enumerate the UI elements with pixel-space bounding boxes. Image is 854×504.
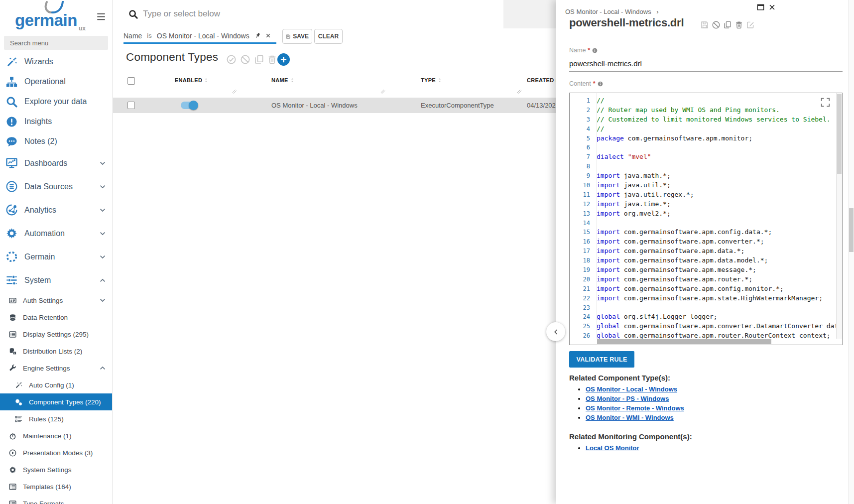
sidebar-item-templates-164[interactable]: Templates (164) — [0, 478, 112, 495]
related-link-local-os-monitor[interactable]: Local OS Monitor — [586, 444, 639, 452]
row-checkbox[interactable] — [127, 102, 135, 109]
sidebar-item-data-retention[interactable]: Data Retention — [0, 309, 112, 326]
sidebar-item-maintenance-1[interactable]: Maintenance (1) — [0, 427, 112, 444]
column-resize-gripper[interactable] — [232, 89, 238, 95]
editor-vertical-scrollbar[interactable] — [836, 93, 842, 339]
sidebar-item-presentation-modes-3[interactable]: Presentation Modes (3) — [0, 444, 112, 461]
editor-horizontal-scrollbar[interactable] — [597, 339, 836, 345]
remove-filter-icon[interactable] — [265, 33, 271, 38]
column-resize-gripper[interactable] — [380, 89, 386, 95]
disable-selected-icon[interactable] — [241, 55, 250, 64]
header-checkbox[interactable] — [127, 77, 135, 85]
row-name: OS Monitor - Local - Windows — [271, 98, 358, 113]
sidebar-item-label: Display Settings (295) — [23, 331, 89, 338]
code-line: 8 — [570, 162, 836, 171]
delete-rule-icon[interactable] — [735, 21, 743, 29]
dashboard-icon — [6, 157, 17, 169]
filter-search-input[interactable] — [142, 6, 451, 22]
close-panel-icon[interactable] — [768, 3, 776, 11]
sidebar-item-analytics[interactable]: Analytics — [0, 198, 112, 222]
sidebar-item-data-sources[interactable]: Data Sources — [0, 175, 112, 198]
pin-filter-icon[interactable] — [254, 32, 261, 39]
playcircle-icon — [9, 449, 16, 457]
related-link-os-monitor-remote-windows[interactable]: OS Monitor - Remote - Windows — [586, 404, 684, 412]
dashedcircle-icon — [6, 251, 17, 262]
code-line: 21import com.germainsoftware.apm.config.… — [570, 284, 836, 294]
sidebar-item-dashboards[interactable]: Dashboards — [0, 151, 112, 175]
sidebar-item-distribution-lists-2[interactable]: Distribution Lists (2) — [0, 343, 112, 360]
code-content[interactable]: 1//2// Router map used by WMI OS and Pin… — [570, 93, 836, 339]
editor-horizontal-scrollbar-thumb[interactable] — [597, 339, 771, 344]
sidebar-item-insights[interactable]: Insights — [0, 112, 112, 131]
breadcrumb-item[interactable]: OS Monitor - Local - Windows — [565, 8, 651, 15]
editor-vertical-scrollbar-thumb[interactable] — [837, 94, 842, 174]
code-editor[interactable]: 1//2// Router map used by WMI OS and Pin… — [569, 93, 843, 345]
logo-swoosh-icon — [43, 1, 65, 15]
sidebar-item-engine-settings[interactable]: Engine Settings — [0, 360, 112, 377]
sidebar-search-input[interactable] — [4, 36, 108, 50]
list-icon — [9, 331, 16, 338]
disable-rule-icon[interactable] — [712, 21, 720, 29]
sidebar-item-auth-settings[interactable]: Auth Settings — [0, 292, 112, 309]
column-label: ENABLED — [175, 77, 202, 83]
chevron-down-icon — [99, 230, 106, 237]
germain-logo: germain ux — [15, 4, 90, 33]
enable-selected-icon[interactable] — [227, 55, 236, 64]
line-number: 17 — [570, 247, 597, 256]
validate-rule-button[interactable]: VALIDATE RULE — [569, 351, 634, 368]
sidebar-item-display-settings-295[interactable]: Display Settings (295) — [0, 326, 112, 343]
column-header-type[interactable]: TYPE — [421, 77, 442, 83]
save-button[interactable]: SAVE — [282, 29, 312, 44]
add-component-type-button[interactable] — [277, 53, 290, 66]
line-number: 20 — [570, 275, 597, 284]
hamburger-menu-icon[interactable] — [96, 12, 107, 21]
clear-button[interactable]: CLEAR — [314, 29, 343, 44]
code-line: 9import java.math.*; — [570, 171, 836, 181]
sidebar-item-notes-2[interactable]: Notes (2) — [0, 131, 112, 151]
table-row[interactable]: OS Monitor - Local - Windows ExecutorCom… — [113, 98, 556, 113]
column-resize-gripper[interactable] — [517, 89, 523, 95]
edit-rule-icon[interactable] — [746, 21, 754, 29]
sidebar-item-germain[interactable]: Germain — [0, 245, 112, 268]
line-number: 8 — [570, 162, 597, 171]
sidebar-item-automation[interactable]: Automation — [0, 222, 112, 245]
related-link-os-monitor-wmi-windows[interactable]: OS Monitor - WMI - Windows — [586, 414, 674, 421]
column-header-enabled[interactable]: ENABLED — [175, 77, 209, 83]
sidebar-search — [4, 36, 108, 50]
sidebar-item-system-settings[interactable]: System Settings — [0, 461, 112, 478]
gears-icon — [15, 398, 22, 406]
fullscreen-icon[interactable] — [821, 98, 830, 107]
panel-scrollbar[interactable] — [848, 0, 854, 504]
sidebar-item-operational[interactable]: Operational — [0, 72, 112, 92]
name-input[interactable] — [569, 56, 843, 72]
sidebar-item-component-types-220[interactable]: Component Types (220) — [0, 393, 112, 410]
code-line: 2// Router map used by WMI OS and Ping m… — [570, 106, 836, 115]
filter-chip[interactable]: Name is OS Monitor - Local - Windows — [123, 29, 276, 44]
sidebar-item-explore-your-data[interactable]: Explore your data — [0, 92, 112, 112]
enabled-toggle[interactable] — [181, 102, 198, 109]
sidebar-item-type-formats[interactable]: Type Formats — [0, 495, 112, 504]
related-link-os-monitor-local-windows[interactable]: OS Monitor - Local - Windows — [586, 385, 677, 393]
collapse-panel-button[interactable] — [546, 322, 565, 341]
code-line: 3// Customized to limit monitored Window… — [570, 115, 836, 125]
chevron-down-icon — [99, 160, 106, 167]
breadcrumb[interactable]: OS Monitor - Local - Windows › — [565, 8, 659, 15]
delete-selected-icon[interactable] — [267, 55, 277, 64]
copy-selected-icon[interactable] — [254, 55, 264, 64]
wrench-icon — [9, 365, 16, 372]
save-rule-icon[interactable] — [701, 21, 709, 29]
sidebar-item-rules-125[interactable]: Rules (125) — [0, 410, 112, 427]
copy-rule-icon[interactable] — [724, 21, 732, 29]
sidebar-item-system[interactable]: System — [0, 268, 112, 292]
line-number: 1 — [570, 96, 597, 106]
column-header-created[interactable]: CREATED ( — [527, 77, 556, 83]
sidebar-item-wizards[interactable]: Wizards — [0, 52, 112, 72]
sidebar-item-auto-config-1[interactable]: Auto Config (1) — [0, 377, 112, 393]
related-link-os-monitor-ps-windows[interactable]: OS Monitor - PS - Windows — [586, 395, 669, 402]
maximize-panel-icon[interactable] — [757, 3, 764, 11]
info-icon — [592, 48, 598, 53]
code-line: 23 — [570, 303, 836, 313]
panel-scrollbar-thumb[interactable] — [849, 208, 854, 252]
column-header-name[interactable]: NAME — [271, 77, 295, 83]
distlist-icon — [9, 348, 16, 355]
